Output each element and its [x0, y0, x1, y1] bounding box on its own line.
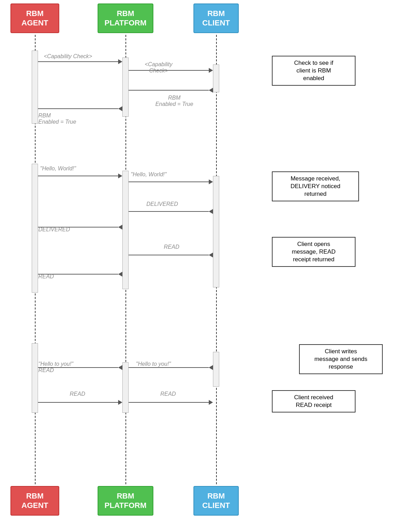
platform-activation-3	[122, 362, 129, 413]
arrow-read-4	[129, 400, 213, 405]
note-delivery-text: Message received, DELIVERY noticed retur…	[290, 175, 340, 197]
arrow-line	[38, 61, 118, 62]
label-read-4: READ	[160, 391, 176, 397]
agent-box-top: RBM AGENT	[10, 3, 59, 33]
label-delivered-1: DELIVERED	[146, 201, 178, 207]
client-activation-2	[213, 176, 219, 287]
agent-label-bottom: RBM AGENT	[22, 492, 48, 510]
arrowhead	[209, 68, 213, 73]
label-delivered-2: DELIVERED	[38, 226, 70, 233]
arrowhead	[118, 400, 122, 405]
agent-activation-2	[32, 164, 38, 293]
arrowhead	[118, 365, 122, 370]
arrowhead	[209, 88, 213, 93]
arrow-delivered-1	[129, 209, 213, 214]
arrow-line	[129, 367, 209, 368]
label-rbm-enabled-1: RBM Enabled = True	[146, 88, 202, 107]
label-rbm-enabled-2: RBM Enabled = True	[38, 106, 94, 125]
client-activation-1	[213, 64, 219, 92]
agent-box-bottom: RBM AGENT	[10, 486, 59, 516]
arrow-cap-check-1	[38, 59, 122, 64]
label-hello-1: "Hello, World!"	[40, 165, 76, 172]
platform-box-top: RBM PLATFORM	[98, 3, 153, 33]
note-client-read: Client received READ receipt	[272, 390, 356, 412]
note-client-read-text: Client received READ receipt	[294, 394, 333, 408]
note-writes: Client writes message and sends response	[299, 344, 383, 374]
platform-box-bottom: RBM PLATFORM	[98, 486, 153, 516]
sequence-diagram: RBM AGENT RBM PLATFORM RBM CLIENT <Capab…	[0, 0, 420, 517]
arrowhead	[118, 59, 122, 64]
note-capability: Check to see if client is RBM enabled	[272, 56, 356, 86]
agent-label-top: RBM AGENT	[22, 9, 48, 28]
label-cap-check-1: <Capability Check>	[40, 47, 96, 60]
label-hello-2: "Hello, World!"	[131, 171, 167, 178]
arrowhead	[209, 253, 213, 257]
arrow-read-1	[129, 253, 213, 257]
arrowhead	[209, 179, 213, 184]
label-read-2: READ	[38, 273, 54, 280]
arrowhead	[118, 106, 122, 111]
label-read-3: READ	[70, 391, 85, 397]
client-label-bottom: RBM CLIENT	[202, 492, 230, 510]
arrowhead	[118, 173, 122, 178]
agent-activation-1	[32, 51, 38, 124]
note-writes-text: Client writes message and sends response	[314, 348, 367, 370]
arrow-read-3	[38, 400, 122, 405]
arrow-line	[129, 402, 209, 403]
arrow-hello-2	[129, 179, 213, 184]
arrow-hello-1	[38, 173, 122, 178]
note-delivery: Message received, DELIVERY noticed retur…	[272, 171, 359, 201]
note-read: Client opens message, READ receipt retur…	[272, 237, 356, 267]
label-read-1: READ	[164, 244, 179, 250]
arrowhead	[209, 209, 213, 214]
arrow-line	[129, 182, 209, 182]
client-box-bottom: RBM CLIENT	[193, 486, 239, 516]
platform-activation-1	[122, 57, 129, 117]
note-read-text: Client opens message, READ receipt retur…	[292, 241, 336, 263]
arrowhead	[209, 365, 213, 370]
label-cap-check-2: <Capability Check>	[131, 55, 186, 74]
label-hello-to-you-1: "Hello to you!"	[136, 355, 171, 367]
arrow-line	[129, 211, 209, 212]
arrowhead	[209, 400, 213, 405]
arrow-line	[129, 255, 209, 255]
agent-activation-3	[32, 343, 38, 413]
note-capability-text: Check to see if client is RBM enabled	[294, 60, 333, 82]
client-box-top: RBM CLIENT	[193, 3, 239, 33]
arrow-line	[38, 402, 118, 403]
arrowhead	[118, 272, 122, 277]
platform-label-bottom: RBM PLATFORM	[105, 492, 147, 510]
platform-activation-2	[122, 171, 129, 289]
client-activation-3	[213, 352, 219, 387]
platform-label-top: RBM PLATFORM	[105, 9, 147, 28]
arrow-line	[38, 176, 118, 176]
client-label-top: RBM CLIENT	[202, 9, 230, 28]
arrowhead	[118, 225, 122, 230]
label-hello-to-you-2: "Hello to you!" READ	[38, 355, 73, 373]
